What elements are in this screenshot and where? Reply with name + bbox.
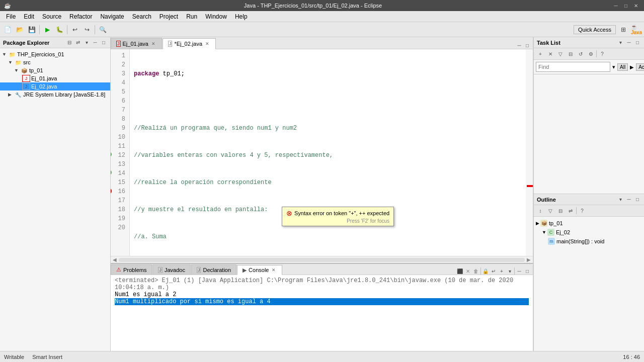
tab-ej01[interactable]: J Ej_01.java ✕ [111,38,162,49]
jre-icon: 🔧 [14,91,22,98]
console-view-menu-icon[interactable]: ▾ [506,267,513,275]
search-button[interactable]: 🔍 [97,24,108,35]
run-button[interactable]: ▶ [42,24,53,35]
outline-item-package[interactable]: ▶ 📦 tp_01 [536,219,642,228]
new-button[interactable]: 📄 [2,24,13,35]
outline-tree: ▶ 📦 tp_01 ▼ C Ej_02 m main(String[]) : v… [534,217,644,248]
menu-search[interactable]: Search [128,12,155,21]
tl-help-icon[interactable]: ? [598,49,607,58]
right-gutter [526,49,533,256]
outline-sort-icon[interactable]: ↕ [536,206,545,215]
close-button[interactable]: ✕ [632,2,640,9]
menu-edit[interactable]: Edit [20,12,38,21]
task-list-minimize[interactable]: ─ [625,39,632,46]
link-editor-icon[interactable]: ⇌ [74,39,82,46]
tl-filter-icon[interactable]: ▽ [556,49,565,58]
console-terminate-icon[interactable]: ✕ [464,267,471,275]
project-expand-arrow[interactable]: ▼ [2,52,8,57]
all-button[interactable]: All [617,63,628,71]
menu-help[interactable]: Help [231,12,252,21]
outline-filter-icon[interactable]: ▽ [546,206,555,215]
tab-ej02[interactable]: J *Ej_02.java ✕ [163,38,216,49]
tree-item-src[interactable]: ▼ 📁 src [0,58,110,66]
console-new-icon[interactable]: + [498,267,505,275]
menu-file[interactable]: File [2,12,20,21]
tl-delete-icon[interactable]: ✕ [546,49,555,58]
redo-button[interactable]: ↪ [82,24,93,35]
menu-navigate[interactable]: Navigate [96,12,128,21]
editor-minimize-icon[interactable]: ─ [516,42,523,49]
quick-access-button[interactable]: Quick Access [574,25,616,34]
menu-source[interactable]: Source [38,12,65,21]
code-editor[interactable]: 1 2 3 4 5 6 7 8 9 10 11 12 ▶ 13 14 ▶ [111,49,533,256]
package-expand-icon: ▶ [536,221,539,226]
maximize-panel-icon[interactable]: □ [100,39,107,46]
save-button[interactable]: 💾 [26,24,37,35]
outline-item-class[interactable]: ▼ C Ej_02 [536,228,642,237]
tree-item-jre[interactable]: ▶ 🔧 JRE System Library [JavaSE-1.8] [0,90,110,99]
tab-ej01-close[interactable]: ✕ [150,41,156,47]
all-arrow[interactable]: ▶ [630,64,634,70]
tab-javadoc[interactable]: J Javadoc [152,264,190,275]
console-tab-close[interactable]: ✕ [271,267,277,273]
tree-item-ej01[interactable]: J Ej_01.java [0,74,110,82]
tree-item-package[interactable]: ▼ 📦 tp_01 [0,66,110,74]
view-menu-icon[interactable]: ▾ [83,39,90,46]
outline-sync-icon[interactable]: ⇌ [566,206,575,215]
menu-run[interactable]: Run [182,12,201,21]
tab-console[interactable]: ▶ Console ✕ [237,265,282,275]
find-dropdown-arrow[interactable]: ▾ [612,64,615,70]
console-scroll-lock-icon[interactable]: 🔒 [482,267,489,275]
console-content[interactable]: <terminated> Ej_01 (1) [Java Application… [111,275,533,351]
console-stop-icon[interactable]: ⬛ [456,267,463,275]
tree-item-project[interactable]: ▼ 📁 THP_Ejercicios_01 [0,50,110,58]
menu-refactor[interactable]: Refactor [65,12,96,21]
menu-bar: File Edit Source Refactor Navigate Searc… [0,11,644,22]
console-minimize-icon[interactable]: ─ [516,267,523,275]
editor-hscrollbar[interactable]: ◀ ▶ [111,256,533,263]
tl-collapse-icon[interactable]: ⊟ [566,49,575,58]
jre-label: JRE System Library [JavaSE-1.8] [23,92,105,98]
menu-project[interactable]: Project [155,12,182,21]
tl-new-icon[interactable]: + [536,49,545,58]
status-bar: Writable Smart Insert 16 : 46 [0,351,644,362]
minimize-button[interactable]: ─ [612,2,620,9]
outline-collapse-icon[interactable]: ⊟ [556,206,565,215]
activate-button[interactable]: Activate... [636,63,644,71]
task-list-maximize[interactable]: □ [634,39,641,46]
minimize-panel-icon[interactable]: ─ [92,39,99,46]
tab-problems[interactable]: ⚠ Problems [111,264,152,275]
center-area: J Ej_01.java ✕ J *Ej_02.java ✕ ─ □ 1 2 3… [111,37,533,351]
collapse-all-icon[interactable]: ⊟ [66,39,73,46]
outline-view-menu[interactable]: ▾ [617,196,624,203]
line-num-17: 17 [113,196,127,205]
outline-minimize[interactable]: ─ [625,196,632,203]
tab-ej02-close[interactable]: ✕ [204,41,210,47]
find-input[interactable] [536,62,610,72]
tree-item-ej02[interactable]: J Ej_02.java [0,82,110,90]
problems-icon: ⚠ [116,266,121,273]
package-expand-arrow[interactable]: ▼ [14,68,20,73]
undo-button[interactable]: ↩ [69,24,80,35]
javadoc-icon: J [158,267,163,273]
console-line2: Num1 multiplicado por si mismo es igual … [115,298,529,305]
outline-item-method[interactable]: m main(String[]) : void [536,237,642,246]
jre-expand-arrow[interactable]: ▶ [8,92,14,97]
console-clear-icon[interactable]: 🗑 [472,267,479,275]
tl-settings-icon[interactable]: ⚙ [586,49,595,58]
tab-declaration[interactable]: J Declaration [191,264,236,275]
console-word-wrap-icon[interactable]: ↵ [490,267,497,275]
outline-help-icon[interactable]: ? [578,206,587,215]
open-button[interactable]: 📂 [14,24,25,35]
outline-maximize[interactable]: □ [634,196,641,203]
menu-window[interactable]: Window [201,12,231,21]
java-perspective[interactable]: ☕ Java [631,24,642,35]
debug-button[interactable]: 🐛 [54,24,65,35]
editor-maximize-icon[interactable]: □ [524,42,531,49]
maximize-button[interactable]: □ [622,2,630,9]
tl-refresh-icon[interactable]: ↺ [576,49,585,58]
console-maximize-icon[interactable]: □ [524,267,531,275]
src-expand-arrow[interactable]: ▼ [8,60,14,65]
task-list-view-menu[interactable]: ▾ [617,39,624,46]
perspective-button[interactable]: ⊞ [618,24,629,35]
